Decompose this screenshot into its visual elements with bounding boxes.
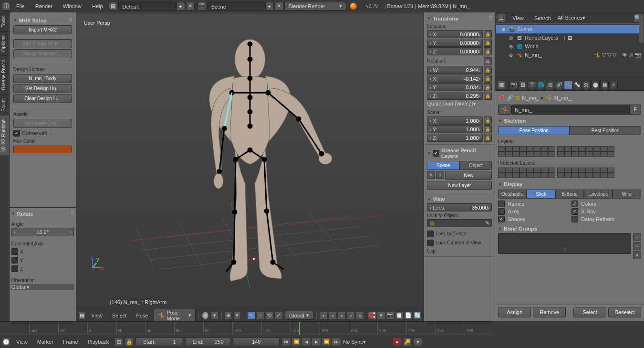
- transform-orient-select[interactable]: Global ▾: [285, 311, 313, 320]
- timeline-editor-icon[interactable]: 🕐: [2, 337, 10, 346]
- cursor-icon[interactable]: ⬀: [629, 52, 633, 58]
- lock-range-icon[interactable]: 🔒: [125, 337, 134, 346]
- select-button[interactable]: Select: [573, 307, 606, 317]
- remove-button[interactable]: Remove: [533, 307, 566, 317]
- remove-bone-group-icon[interactable]: −: [633, 242, 641, 250]
- snap-type-icon[interactable]: ▾: [377, 311, 385, 320]
- tree-row[interactable]: ⊕ 🎬 Scene: [496, 25, 643, 33]
- screen-layout-field[interactable]: Default: [118, 2, 176, 11]
- set-design-button[interactable]: Set Design Hu...: [13, 84, 72, 93]
- scale-y-field[interactable]: ‹ Y:1.000 ›: [427, 125, 483, 133]
- timeline-menu-playback[interactable]: Playback: [84, 337, 113, 346]
- paste-flip-icon[interactable]: 🔄: [413, 311, 422, 320]
- renderlayer-icon[interactable]: 🖼: [567, 34, 573, 41]
- armature-icon[interactable]: 🤸: [498, 105, 511, 115]
- skeleton-header[interactable]: Skeleton: [498, 116, 641, 125]
- lock-icon[interactable]: 🔓: [484, 92, 492, 100]
- tab-bone-constraint-icon[interactable]: ⛓: [582, 81, 591, 89]
- timeline-menu-view[interactable]: View: [12, 337, 31, 346]
- expand-icon[interactable]: ⊕: [508, 34, 514, 41]
- vtab-mhx2[interactable]: MHX2 Runtime: [0, 116, 9, 156]
- outliner-search-menu[interactable]: Search: [530, 14, 555, 22]
- jump-end-icon[interactable]: ⏭: [332, 337, 341, 346]
- vtab-grease[interactable]: Grease Pencil: [0, 56, 9, 95]
- tab-world-icon[interactable]: 🌐: [537, 81, 545, 89]
- clear-design-button[interactable]: Clear Design H...: [13, 94, 72, 103]
- tab-constraints-icon[interactable]: 🔗: [555, 81, 563, 89]
- tab-render-icon[interactable]: 📷: [509, 81, 518, 89]
- gp-scene-toggle[interactable]: Scene: [427, 161, 459, 170]
- vtab-sculpt[interactable]: Sculpt: [0, 95, 9, 116]
- tree-row[interactable]: ⊕ 🌐 World: [496, 42, 643, 51]
- sync-select[interactable]: No Sync▾: [343, 339, 391, 345]
- view3d-menu-view[interactable]: View: [87, 311, 106, 320]
- gp-new-layer-button[interactable]: New Layer: [427, 181, 492, 190]
- keying-set-icon[interactable]: 🔑: [403, 337, 412, 346]
- expand-icon[interactable]: ⊕: [508, 43, 514, 50]
- delay-refresh-check[interactable]: [571, 216, 578, 222]
- gp-object-toggle[interactable]: Object: [459, 161, 492, 170]
- expand-icon[interactable]: ⊕: [508, 52, 514, 58]
- pin-icon[interactable]: 📌: [498, 95, 505, 101]
- auto-keyframe-icon[interactable]: ●: [393, 337, 401, 346]
- lock-icon[interactable]: 🔓: [484, 134, 492, 142]
- lock-icon[interactable]: 🔓: [484, 116, 492, 125]
- paste-pose-icon[interactable]: 📄: [404, 311, 413, 320]
- snap-icon[interactable]: 🧲: [368, 311, 376, 320]
- x-ray-check[interactable]: [571, 208, 578, 215]
- tab-scene-icon[interactable]: 🎬: [528, 81, 536, 89]
- armature-layers[interactable]: [498, 146, 641, 157]
- 3d-view-area[interactable]: User Persp: [76, 12, 424, 309]
- rotate-header[interactable]: Rotate⠿: [11, 210, 74, 218]
- shapes-check[interactable]: [498, 216, 505, 222]
- tab-physics-icon[interactable]: ⚛: [609, 81, 618, 89]
- display-mode-wire[interactable]: Wire: [613, 190, 641, 199]
- layout-add-icon[interactable]: +: [177, 2, 185, 11]
- tree-row[interactable]: ⊕ 🖼 RenderLayers |🖼: [496, 33, 643, 42]
- axes-check[interactable]: [498, 208, 505, 215]
- camera-icon[interactable]: 📷: [634, 52, 641, 58]
- current-frame-field[interactable]: ‹146›: [233, 337, 280, 346]
- timeline-menu-marker[interactable]: Marker: [33, 337, 57, 346]
- gp-add-icon[interactable]: +: [436, 171, 444, 179]
- range-icon[interactable]: ⊞: [114, 337, 123, 346]
- view-panel-header[interactable]: View: [427, 195, 492, 203]
- render-engine-select[interactable]: Blender Render▾: [284, 2, 346, 11]
- pencil-icon[interactable]: ✎: [427, 171, 435, 179]
- render-preview-icon[interactable]: 📷: [386, 311, 395, 320]
- lock-icon[interactable]: 🔓: [484, 66, 492, 74]
- timeline-menu-frame[interactable]: Frame: [59, 337, 82, 346]
- scale-manip-icon[interactable]: ⤢: [274, 311, 283, 320]
- pose-library-header[interactable]: Pose Library: [498, 320, 641, 321]
- merge-selected-button[interactable]: Merge Selected ...: [13, 49, 72, 58]
- names-check[interactable]: [498, 200, 505, 207]
- layout-browse-icon[interactable]: ▦: [109, 2, 117, 11]
- angle-field[interactable]: ‹16.2°›: [11, 228, 74, 236]
- rot-w-field[interactable]: ‹ W:0.944 ›: [427, 66, 483, 74]
- gpencil-panel-header[interactable]: ✓Grease Pencil Layers: [427, 147, 492, 160]
- lock-icon[interactable]: 🔓: [484, 125, 492, 133]
- lock-camera-check[interactable]: [427, 240, 434, 246]
- constraint-x-check[interactable]: [11, 248, 18, 255]
- add-bone-group-icon[interactable]: +: [633, 233, 641, 241]
- rotate-manip-icon[interactable]: ⟲: [265, 311, 274, 320]
- tab-material-icon[interactable]: ⬤: [591, 81, 600, 89]
- shading-icon[interactable]: [202, 311, 209, 320]
- copy-pose-icon[interactable]: 📋: [395, 311, 404, 320]
- add-material-button[interactable]: Add Simple Mate...: [13, 39, 72, 48]
- display-mode-envelope[interactable]: Envelope: [584, 190, 613, 199]
- mode-select[interactable]: 🤸 Pose Mode ▾: [154, 308, 196, 323]
- tab-bone-icon[interactable]: 🦴: [573, 81, 582, 89]
- eye-icon[interactable]: 👁: [622, 52, 627, 58]
- armature-name-input[interactable]: [511, 105, 630, 115]
- manipulator-toggle-icon[interactable]: ↖: [247, 311, 256, 320]
- start-frame-field[interactable]: ‹Start:1›: [135, 337, 183, 346]
- lock-icon[interactable]: 🔒: [484, 47, 492, 55]
- tab-object-icon[interactable]: ▨: [546, 81, 554, 89]
- playhead[interactable]: [299, 322, 300, 335]
- lock-object-field[interactable]: ▨✎: [427, 219, 492, 227]
- import-mhx2-button[interactable]: Import MHX2: [13, 25, 72, 34]
- keying-menu-icon[interactable]: ▾: [414, 337, 422, 346]
- lock-cursor-check[interactable]: [427, 231, 434, 237]
- bone-group-list[interactable]: ⠿: [498, 233, 631, 254]
